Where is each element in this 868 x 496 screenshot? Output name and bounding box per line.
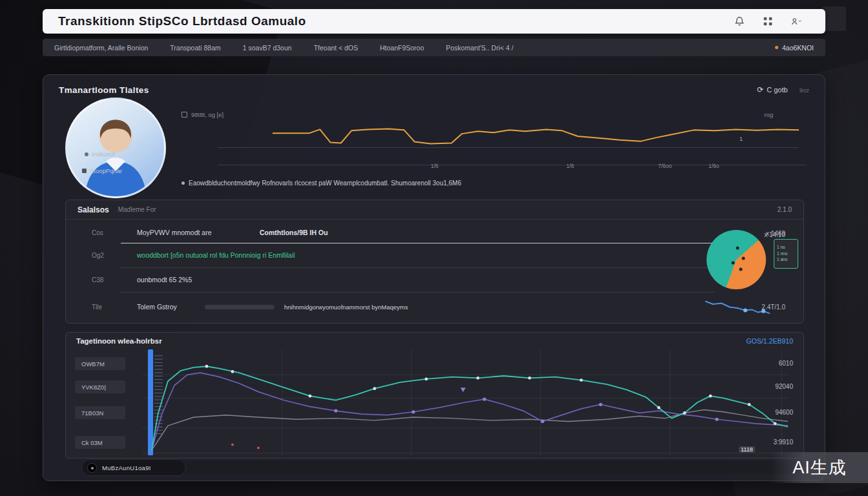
checkbox-icon: [181, 112, 187, 118]
app-title: Transkitionn StipSCo Lbrtdasd Oamualo: [58, 14, 306, 28]
pie-dot: [739, 267, 743, 271]
pie-dot: [742, 257, 745, 260]
trend-sparkline-chart: [705, 298, 770, 318]
right-axis-value: 92040: [775, 383, 793, 390]
nav-item-5[interactable]: Poskomant'S.. Dri< 4 /: [446, 44, 513, 52]
panel-header: Tmanartloom Tlaltes ⟳ C gotb 9oz: [43, 75, 825, 105]
refresh-label: C gotb: [767, 86, 787, 94]
legend-item: 1 nno: [777, 252, 798, 256]
header-icons: [734, 16, 802, 27]
pie-dot: [732, 261, 735, 264]
stat-value: x 14.10: [764, 231, 785, 238]
footer-status[interactable]: MuBzAunU1oa9I: [81, 459, 186, 476]
stats-panel: Salalsos Madleme For 2.1.0 Cos MoyPVWV m…: [65, 200, 804, 324]
description-text: Eaowdblduchontmoldfwy Rofnovarls rlcoces…: [189, 180, 461, 187]
series-a-text: Insltonof: [92, 150, 115, 158]
user-menu-icon[interactable]: [790, 16, 802, 27]
activity-line-chart: [273, 120, 799, 151]
panel-toggle[interactable]: 9oz: [800, 87, 809, 94]
status-dot-icon: [775, 46, 778, 49]
right-axis-value: 6010: [779, 360, 793, 367]
nav-item-4[interactable]: HtoanF9Soroo: [380, 44, 424, 52]
axis-label: 1/6: [566, 163, 574, 169]
record-icon: [87, 463, 97, 473]
series-b-text: EtoopPqnar: [90, 167, 122, 174]
timeline-header: Tagetinoon wlea-holrbsr GOS/1.2EB910: [66, 333, 803, 349]
nav-right-status[interactable]: 4ao6KNOI: [775, 44, 814, 52]
footer-strip: [181, 461, 825, 474]
series-label-b[interactable]: EtoopPqnar: [82, 167, 122, 174]
stat-key: Cos: [92, 229, 103, 236]
panel-header-actions: ⟳ C gotb 9oz: [757, 85, 809, 94]
pie-dot: [736, 246, 739, 249]
stat-row[interactable]: Cos MoyPVWV mnomodt are Comthtlons/9B IH…: [66, 222, 803, 243]
axis-label: 7/6oo: [658, 163, 672, 169]
nav-item-0[interactable]: Girtldiopmatform, Aralle Bonion: [54, 44, 148, 52]
grid-icon[interactable]: [762, 16, 774, 27]
divider: [218, 147, 799, 148]
chart-toolbar: 98t8t, og [e] rog: [181, 111, 773, 118]
stats-subtitle: Madleme For: [118, 206, 156, 213]
y-axis-label[interactable]: 71B03N: [75, 406, 125, 419]
stat-text-green: wooddbort [o5n outuoal rol fdu Ponnnioig…: [137, 251, 295, 259]
timeline-link[interactable]: GOS/1.2EB910: [747, 337, 793, 345]
stat-text: MoyPVWV mnomodt are: [137, 229, 212, 236]
timeline-panel: Tagetinoon wlea-holrbsr GOS/1.2EB910 OWB…: [65, 332, 804, 459]
right-axis-value: 3:9910: [773, 439, 793, 446]
nav-item-3[interactable]: Tfeoant < dOS: [314, 44, 358, 52]
refresh-button[interactable]: ⟳ C gotb: [757, 85, 787, 94]
chart-right-mark: 1: [739, 136, 743, 142]
panel-title: Tmanartloom Tlaltes: [59, 85, 149, 95]
right-axis-value: 94600: [775, 409, 793, 416]
chart-annotation: 1118: [739, 446, 755, 453]
dashboard-panel: Tmanartloom Tlaltes ⟳ C gotb 9oz 98t8t, …: [43, 74, 825, 481]
share-pie-chart: [707, 230, 766, 289]
app-header: Transkitionn StipSCo Lbrtdasd Oamualo: [43, 9, 825, 34]
timeline-multiseries-chart: [142, 349, 788, 455]
nav-right-label: 4ao6KNOI: [782, 44, 814, 52]
nav-item-1[interactable]: Transpoati 88am: [170, 44, 220, 52]
y-axis-label[interactable]: YVK8Z0|: [75, 380, 125, 393]
stat-row[interactable]: Og2 wooddbort [o5n outuoal rol fdu Ponnn…: [66, 243, 803, 267]
chart-toolbar-right[interactable]: rog: [764, 111, 773, 118]
legend-item: 1 no: [777, 245, 798, 250]
stat-text-bold: Comthtlons/9B IH Ou: [260, 229, 328, 236]
pie-legend: 1 no 1 nno 1 ano: [774, 239, 798, 269]
series-b-square-icon: [82, 169, 87, 173]
watermark: AI生成: [771, 452, 868, 483]
stat-row[interactable]: C38 ounbmodt 65 2%5: [66, 267, 803, 292]
y-axis-label[interactable]: Ck 03M: [75, 436, 125, 449]
footer-label: MuBzAunU1oa9I: [102, 464, 151, 471]
avatar: [65, 98, 166, 198]
chart-toolbar-left-label: 98t8t, og [e]: [191, 111, 223, 118]
nav-bar: Girtldiopmatform, Aralle BonionTranspoat…: [43, 39, 825, 56]
series-a-dot-icon: [85, 152, 88, 156]
progress-bar: [205, 305, 274, 309]
bell-icon[interactable]: [734, 16, 745, 27]
stats-version: 2.1.0: [778, 206, 792, 213]
stats-header: Salalsos Madleme For 2.1.0: [66, 200, 803, 220]
legend-item: 1 ano: [777, 258, 798, 262]
stat-text: Tolem Gstroy: [137, 303, 177, 311]
stat-key: Tlle: [92, 304, 102, 311]
axis-label: 1/6o: [708, 163, 719, 169]
y-axis-label[interactable]: OWB7M: [75, 357, 125, 370]
axis-label: 1/6: [431, 163, 439, 169]
stat-key: C38: [92, 276, 103, 284]
panel-description: Eaowdblduchontmoldfwy Rofnovarls rlcoces…: [181, 180, 461, 187]
chart-toolbar-left[interactable]: 98t8t, og [e]: [181, 111, 223, 118]
nav-items: Girtldiopmatform, Aralle BonionTranspoat…: [54, 44, 513, 52]
stat-text: ounbmodt 65 2%5: [137, 276, 192, 284]
stats-title: Salalsos: [78, 205, 109, 214]
stat-key: Og2: [92, 252, 104, 259]
progress-note: hnihnmidgorwyomuofnammorst bynMaqeyms: [284, 304, 408, 311]
stat-row[interactable]: Tlle Tolem Gstroy hnihnmidgorwyomuofnamm…: [66, 292, 803, 322]
timeline-title: Tagetinoon wlea-holrbsr: [76, 337, 162, 345]
bullet-icon: [181, 181, 185, 185]
nav-item-2[interactable]: 1 soavB7 d3oun: [243, 44, 292, 52]
series-label-a[interactable]: Insltonof: [85, 150, 115, 158]
refresh-icon: ⟳: [757, 85, 763, 94]
